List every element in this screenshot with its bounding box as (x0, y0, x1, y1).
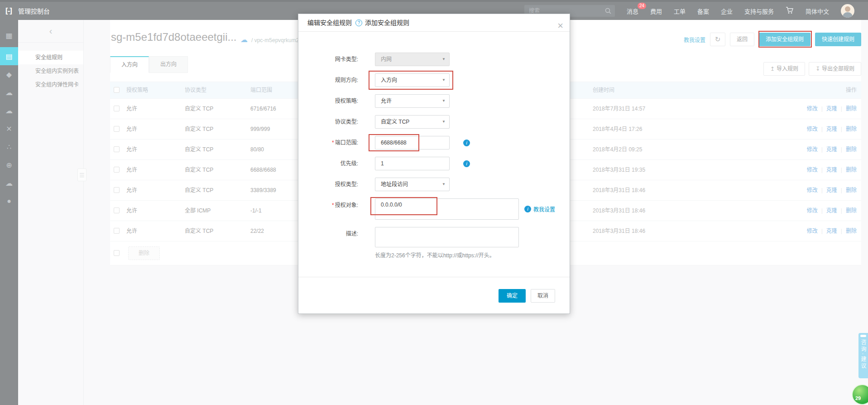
rule-direction-select[interactable]: 入方向▼ (375, 73, 450, 87)
dialog-title: 编辑安全组规则 (307, 19, 352, 26)
dialog-subtitle: 添加安全组规则 (365, 19, 409, 26)
field-priority: 优先级: i (298, 157, 570, 170)
field-port-range: *端口范围: i (298, 136, 570, 149)
chevron-down-icon: ▼ (442, 116, 446, 128)
field-nic-type: 网卡类型: 内网▼ (298, 53, 570, 66)
port-range-input[interactable] (375, 136, 450, 149)
priority-input[interactable] (375, 157, 450, 170)
auth-type-label: 授权类型: (298, 178, 358, 191)
protocol-type-select[interactable]: 自定义 TCP▼ (375, 115, 450, 129)
field-auth-policy: 授权策略: 允许▼ (298, 94, 570, 108)
chevron-down-icon: ▼ (442, 95, 446, 107)
port-range-label: *端口范围: (298, 136, 358, 149)
auth-object-textarea[interactable]: 0.0.0.0/0 (375, 198, 519, 220)
field-description: 描述: (298, 227, 570, 247)
auth-policy-select[interactable]: 允许▼ (375, 94, 450, 108)
field-auth-object: *授权对象: 0.0.0.0/0 i 教我设置 (298, 198, 570, 220)
close-icon[interactable]: × (557, 17, 563, 34)
description-textarea[interactable] (375, 227, 519, 247)
direction-label: 规则方向: (298, 73, 358, 87)
protocol-label: 协议类型: (298, 115, 358, 129)
priority-label: 优先级: (298, 157, 358, 170)
help-icon[interactable]: ? (355, 19, 362, 26)
dialog-body: 网卡类型: 内网▼ 规则方向: 入方向▼ 授权策略: (298, 32, 570, 259)
consult-suggest-label: 咨询·建议 (859, 339, 867, 370)
dialog-footer: 确定 取消 (298, 277, 570, 313)
auth-object-label: *授权对象: (298, 198, 358, 212)
chevron-down-icon: ▼ (442, 178, 446, 191)
chevron-down-icon: ▼ (442, 74, 446, 87)
teach-me-setup-link[interactable]: 教我设置 (533, 205, 555, 213)
nic-type-label: 网卡类型: (298, 53, 358, 66)
description-helper-text: 长度为2-256个字符，不能以http://或https://开头。 (375, 251, 570, 259)
add-rule-dialog: 编辑安全组规则?添加安全组规则 × 网卡类型: 内网▼ 规则方向: 入方向▼ (298, 14, 570, 314)
field-rule-direction: 规则方向: 入方向▼ (298, 73, 570, 87)
field-protocol-type: 协议类型: 自定义 TCP▼ (298, 115, 570, 129)
console-app: [-] 管理控制台 消息 24 费用 工单 备案 企业 支持与服务 简体中文 (0, 0, 868, 405)
field-auth-type: 授权类型: 地址段访问▼ (298, 178, 570, 191)
policy-label: 授权策略: (298, 94, 358, 108)
customer-service-count: 29 (855, 395, 861, 401)
cancel-button[interactable]: 取消 (531, 289, 555, 303)
consult-suggest-tab[interactable]: 咨询·建议 (858, 333, 868, 378)
info-icon[interactable]: i (463, 140, 470, 146)
description-label: 描述: (298, 227, 358, 241)
chevron-down-icon: ▼ (442, 53, 446, 66)
ok-button[interactable]: 确定 (499, 289, 526, 303)
info-icon[interactable]: i (463, 160, 470, 167)
nic-type-select[interactable]: 内网▼ (375, 53, 450, 66)
auth-type-select[interactable]: 地址段访问▼ (375, 178, 450, 191)
dialog-header: 编辑安全组规则?添加安全组规则 × (298, 14, 570, 32)
info-icon[interactable]: i (524, 206, 531, 212)
